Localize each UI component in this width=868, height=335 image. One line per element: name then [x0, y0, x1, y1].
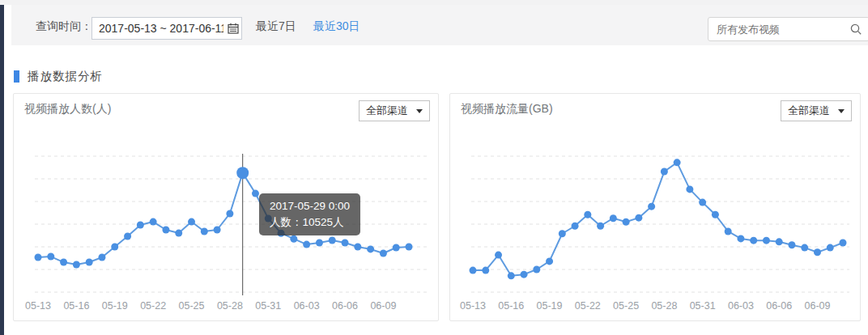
data-point[interactable] — [137, 221, 144, 228]
x-axis-label: 05-22 — [140, 300, 166, 312]
data-point[interactable] — [597, 223, 604, 230]
x-axis-label: 05-19 — [537, 300, 563, 312]
channel-select[interactable]: 全部渠道 — [359, 100, 430, 121]
search-input[interactable] — [708, 17, 868, 41]
data-point[interactable] — [354, 244, 361, 251]
x-axis-label: 05-16 — [63, 300, 89, 312]
data-point[interactable] — [60, 259, 67, 266]
data-point[interactable] — [508, 272, 515, 279]
x-axis-label: 05-28 — [217, 300, 243, 312]
data-point[interactable] — [290, 235, 297, 243]
data-point[interactable] — [175, 230, 182, 237]
play-traffic-chart-card: 视频播放流量(GB) 全部渠道 05-1305-1605-1905-2205-2… — [449, 93, 861, 321]
channel-select[interactable]: 全部渠道 — [781, 100, 852, 121]
x-axis-label: 05-16 — [498, 300, 524, 312]
data-point[interactable] — [342, 239, 349, 246]
data-point[interactable] — [584, 211, 591, 218]
data-point[interactable] — [406, 244, 413, 251]
data-point[interactable] — [521, 271, 528, 278]
data-point[interactable] — [776, 238, 783, 245]
x-axis-label: 05-22 — [575, 300, 601, 312]
x-axis-label: 05-13 — [25, 300, 51, 312]
data-point[interactable] — [827, 244, 834, 252]
data-point[interactable] — [252, 190, 259, 197]
data-point[interactable] — [188, 218, 195, 226]
data-point[interactable] — [367, 245, 374, 252]
data-point[interactable] — [674, 159, 681, 166]
data-point[interactable] — [572, 223, 579, 230]
data-point[interactable] — [699, 199, 706, 206]
x-axis-label: 05-25 — [179, 300, 205, 312]
data-point[interactable] — [86, 259, 93, 266]
data-point[interactable] — [635, 214, 642, 222]
data-point[interactable] — [214, 227, 221, 234]
data-point[interactable] — [725, 227, 732, 235]
data-point[interactable] — [35, 254, 42, 261]
data-point[interactable] — [73, 261, 80, 268]
data-point[interactable] — [686, 185, 693, 193]
date-range-picker[interactable] — [91, 17, 242, 40]
x-axis-label: 06-09 — [370, 300, 396, 312]
data-point[interactable] — [316, 239, 323, 246]
data-point[interactable] — [393, 244, 400, 251]
data-point[interactable] — [150, 218, 157, 226]
data-point[interactable] — [533, 266, 540, 274]
data-point[interactable] — [98, 254, 105, 261]
data-point[interactable] — [610, 214, 617, 222]
data-point[interactable] — [712, 211, 719, 218]
chart-title: 视频播放人数(人) — [24, 102, 111, 117]
data-point[interactable] — [470, 267, 477, 274]
magnifier-icon[interactable] — [849, 23, 862, 36]
query-toolbar: 查询时间： 最近7日 最近30日 — [11, 5, 868, 45]
data-point[interactable] — [226, 210, 233, 217]
video-search-box[interactable] — [708, 17, 868, 41]
x-axis-label: 06-03 — [728, 300, 754, 312]
data-point[interactable] — [278, 230, 285, 237]
last-7-days-link[interactable]: 最近7日 — [256, 18, 296, 34]
data-point[interactable] — [162, 227, 169, 234]
data-point[interactable] — [763, 237, 770, 244]
channel-select-label: 全部渠道 — [366, 104, 408, 118]
highlighted-data-point[interactable] — [236, 167, 249, 179]
data-point[interactable] — [801, 244, 808, 252]
data-point[interactable] — [661, 168, 668, 176]
play-count-chart-card: 视频播放人数(人) 全部渠道 05-1305-1605-1905-2205-25… — [13, 93, 439, 321]
data-point[interactable] — [201, 227, 208, 235]
x-axis-label: 05-25 — [613, 300, 639, 312]
data-point[interactable] — [559, 230, 566, 237]
data-point[interactable] — [788, 241, 795, 248]
series-line — [473, 163, 843, 276]
data-point[interactable] — [623, 218, 630, 226]
line-chart-canvas[interactable]: 05-1305-1605-1905-2205-2505-2805-3106-03… — [450, 94, 860, 320]
x-axis-label: 06-06 — [332, 300, 358, 312]
chart-title: 视频播放流量(GB) — [461, 102, 553, 117]
data-point[interactable] — [265, 215, 272, 223]
x-axis-label: 05-28 — [651, 300, 677, 312]
data-point[interactable] — [648, 203, 655, 210]
date-range-input[interactable] — [91, 17, 242, 40]
last-30-days-link[interactable]: 最近30日 — [313, 18, 360, 34]
data-point[interactable] — [495, 252, 502, 259]
section-title: 播放数据分析 — [28, 69, 103, 84]
data-point[interactable] — [111, 244, 118, 251]
data-point[interactable] — [737, 235, 744, 242]
data-point[interactable] — [482, 267, 489, 274]
data-point[interactable] — [840, 239, 847, 246]
calendar-icon[interactable] — [228, 23, 239, 34]
series-line — [38, 173, 409, 265]
line-chart-canvas[interactable]: 05-1305-1605-1905-2205-2505-2805-3106-03… — [14, 94, 438, 320]
data-point[interactable] — [814, 248, 821, 256]
chevron-down-icon — [838, 109, 845, 113]
data-point[interactable] — [329, 237, 336, 244]
x-axis-label: 05-31 — [255, 300, 281, 312]
data-point[interactable] — [750, 237, 757, 244]
dashboard-page: 查询时间： 最近7日 最近30日 播放数据分析 视频播放 — [0, 0, 868, 335]
data-point[interactable] — [303, 241, 310, 248]
data-point[interactable] — [546, 257, 553, 265]
data-point[interactable] — [380, 249, 387, 257]
data-point[interactable] — [124, 232, 131, 240]
query-time-label: 查询时间： — [36, 18, 92, 34]
x-axis-label: 05-13 — [460, 300, 486, 312]
x-axis-label: 05-31 — [690, 300, 716, 312]
data-point[interactable] — [47, 253, 54, 261]
